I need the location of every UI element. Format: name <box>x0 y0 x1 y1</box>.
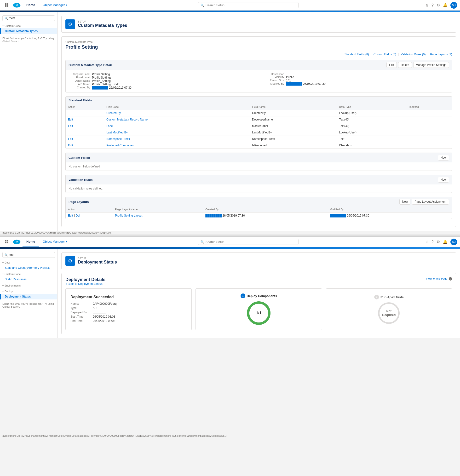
cell-field-name: DeveloperName <box>250 116 337 123</box>
edit-link[interactable]: Edit <box>68 137 73 141</box>
new-page-layout-button[interactable]: New <box>399 199 410 204</box>
chevron-icon-environments: ▾ <box>2 284 4 287</box>
pl-created-cell: ████████ 26/05/2019 07:30 <box>203 212 327 219</box>
sidebar-search-input-2[interactable] <box>9 253 53 256</box>
pl-del-link[interactable]: Del <box>76 214 80 217</box>
setup-title-block-2: SETUP Deployment Status <box>78 257 117 265</box>
sidebar-item-state-country[interactable]: State and Country/Territory Picklists <box>0 265 57 271</box>
donut-value: 1/1 <box>256 311 261 315</box>
table-row: Edit Namespace Prefix NamespacePrefix Te… <box>66 136 452 142</box>
pl-created-link[interactable]: ████████ <box>205 214 221 217</box>
cell-action: Edit <box>66 116 104 123</box>
cell-indexed <box>407 142 452 149</box>
col-data-type: Data Type <box>337 104 407 110</box>
app-switcher-2[interactable] <box>3 240 11 244</box>
sidebar-item-custom-metadata-types-1[interactable]: Custom Metadata Types <box>0 28 57 34</box>
created-by-link[interactable]: ████████ <box>92 86 108 89</box>
search-container-1: 🔍 <box>73 2 424 8</box>
delete-button-1[interactable]: Delete <box>398 62 412 68</box>
cell-field-label: Custom Metadata Record Name <box>104 116 250 123</box>
search-container-2: 🔍 <box>73 239 424 245</box>
edit-link[interactable]: Edit <box>68 124 73 128</box>
user-avatar-2[interactable]: SU <box>451 238 457 245</box>
help-icon-2[interactable]: ? <box>432 240 434 244</box>
sidebar-section-deploy: ▾ Deploy Deployment Status <box>0 289 57 299</box>
run-apex-tests-label: 2 Run Apex Tests <box>374 295 404 299</box>
step-number-1: 1 <box>240 293 245 298</box>
deploy-success-title: Deployment Succeeded <box>70 295 114 299</box>
new-icon-1[interactable]: ⊕ <box>426 3 429 8</box>
search-input-1[interactable] <box>205 3 296 7</box>
content-card-1: Custom Metadata Type Profile Setting Sta… <box>61 36 456 227</box>
sidebar-group-environments[interactable]: ▾ Environments <box>0 283 57 288</box>
standard-fields-table: Action Field Label Field Name Data Type … <box>66 104 452 149</box>
tab-object-manager-1[interactable]: Object Manager ▾ <box>39 0 71 10</box>
sidebar-search-box-2[interactable]: 🔍 <box>2 252 55 258</box>
settings-icon-1[interactable]: ⚙ <box>436 3 440 8</box>
field-label-link[interactable]: Protected Component <box>106 144 134 147</box>
edit-link[interactable]: Edit <box>68 144 73 147</box>
custom-fields-section: Custom Fields New No custom fields defin… <box>65 153 452 171</box>
svg-rect-9 <box>7 242 9 243</box>
page-layout-assignment-button[interactable]: Page Layout Assignment <box>412 199 449 204</box>
help-icon-1[interactable]: ? <box>432 3 434 8</box>
pl-modified-link[interactable]: ████████ <box>330 214 346 217</box>
notifications-icon-1[interactable]: 🔔 <box>443 3 448 8</box>
pl-name-link[interactable]: Profile Setting Layout <box>115 214 142 217</box>
field-label-link[interactable]: Custom Metadata Record Name <box>106 118 148 121</box>
new-validation-rule-button[interactable]: New <box>438 177 449 183</box>
svg-rect-6 <box>5 240 7 241</box>
sidebar-item-deployment-status[interactable]: Deployment Status <box>0 294 57 299</box>
cell-action <box>66 129 104 136</box>
search-icon-1: 🔍 <box>201 4 204 7</box>
settings-icon-2[interactable]: ⚙ <box>436 239 440 244</box>
new-custom-field-button[interactable]: New <box>438 155 449 161</box>
help-link-2[interactable]: Help for this Page ? <box>426 277 452 280</box>
sidebar-item-static-resources[interactable]: Static Resources <box>0 276 57 282</box>
tab-home-1[interactable]: Home <box>23 0 39 10</box>
deploy-info-deployed-by: Deployed By: ________ <box>70 311 117 314</box>
link-cust-fields[interactable]: Custom Fields (0) <box>374 53 396 56</box>
notifications-icon-2[interactable]: 🔔 <box>443 239 448 244</box>
edit-link[interactable]: Edit <box>68 118 73 121</box>
detail-row-modified-by: Modified By ████████ 26/05/2019 07:30 <box>263 82 449 85</box>
user-avatar-1[interactable]: SU <box>451 2 457 9</box>
donut-chart: 1/1 <box>247 301 271 325</box>
edit-button-1[interactable]: Edit <box>386 62 397 68</box>
manage-profile-settings-button[interactable]: Manage Profile Settings <box>413 62 449 68</box>
header-2: sf Home Object Manager ▾ 🔍 ⊕ ? ⚙ 🔔 SU <box>0 237 460 247</box>
app-switcher-1[interactable] <box>3 3 11 8</box>
pl-edit-link[interactable]: Edit <box>68 214 73 217</box>
link-std-fields[interactable]: Standard Fields (8) <box>345 53 369 56</box>
sidebar-hint-2: Didn't find what you're looking for? Try… <box>0 300 57 310</box>
link-val-rules[interactable]: Validation Rules (0) <box>401 53 426 56</box>
search-bar-1[interactable]: 🔍 <box>198 2 298 8</box>
sidebar-group-data[interactable]: ▾ Data <box>0 260 57 265</box>
field-label-link[interactable]: Namespace Prefix <box>106 137 130 141</box>
field-label-link[interactable]: Label <box>106 124 113 128</box>
sidebar-section-data: ▾ Data State and Country/Territory Pickl… <box>0 260 57 271</box>
new-icon-2[interactable]: ⊕ <box>426 239 429 244</box>
deploy-components-card: 1 Deploy Components 1/1 <box>196 289 322 330</box>
search-input-2[interactable] <box>205 240 296 244</box>
setup-label-2: SETUP <box>78 257 117 260</box>
modified-by-link[interactable]: ████████ <box>286 82 302 85</box>
sidebar-group-custom-code-2[interactable]: ▾ Custom Code <box>0 272 57 276</box>
svg-rect-3 <box>7 5 9 7</box>
sidebar-group-custom-code-1[interactable]: ▾ Custom Code <box>0 24 57 28</box>
link-page-layouts[interactable]: Page Layouts (1) <box>430 53 452 56</box>
sidebar-group-deploy[interactable]: ▾ Deploy <box>0 289 57 294</box>
field-label-link[interactable]: Last Modified By <box>106 131 128 134</box>
back-link[interactable]: « Back to Deployment Status <box>65 282 102 286</box>
empty-space-2 <box>0 338 460 434</box>
search-bar-2[interactable]: 🔍 <box>198 239 298 245</box>
sidebar-search-box-1[interactable]: 🔍 <box>2 15 55 21</box>
run-apex-tests-card: 2 Run Apex Tests Not Required <box>326 289 452 330</box>
page-layouts-header: Page Layouts New Page Layout Assignment <box>66 197 452 206</box>
header-1: sf Home Object Manager ▾ 🔍 ⊕ ? ⚙ 🔔 SU <box>0 0 460 10</box>
tab-home-2[interactable]: Home <box>23 237 39 247</box>
tab-object-manager-2[interactable]: Object Manager ▾ <box>39 237 71 247</box>
svg-rect-7 <box>7 240 9 241</box>
field-label-link[interactable]: Created By <box>106 111 121 115</box>
sidebar-search-input-1[interactable] <box>9 17 53 20</box>
